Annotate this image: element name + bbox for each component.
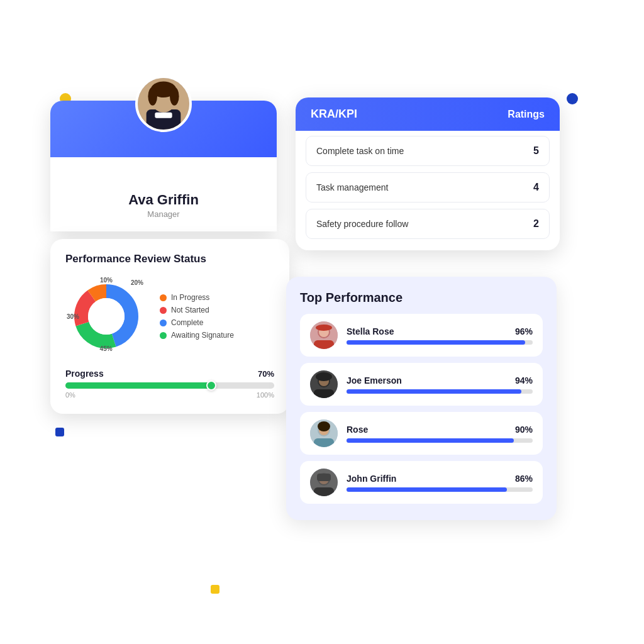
kra-header-title: KRA/KPI — [311, 108, 357, 121]
pct-20: 20% — [131, 279, 143, 286]
progress-max: 100% — [257, 391, 274, 399]
avatar-joe — [310, 370, 338, 398]
kra-row-1: Complete task on time 5 — [306, 136, 550, 166]
legend-dot-not-started — [160, 307, 167, 314]
perf-info-rose: Rose 90% — [347, 425, 533, 443]
kra-label-2: Task management — [316, 182, 388, 192]
perf-person-joe: Joe Emerson 94% — [300, 363, 543, 406]
top-performance-title: Top Performance — [300, 291, 543, 305]
perf-person-stella: Stella Rose 96% — [300, 314, 543, 357]
review-card: Performance Review Status — [50, 239, 289, 414]
perf-bar-fill-rose — [347, 438, 514, 443]
avatar-stella — [310, 321, 338, 349]
svg-rect-31 — [317, 474, 331, 481]
top-performance-card: Top Performance Stella Rose 96% — [286, 277, 557, 520]
kra-card: KRA/KPI Ratings Complete task on time 5 … — [296, 97, 560, 250]
profile-name-section: Ava Griffin Manager — [50, 157, 277, 231]
perf-bar-bg-john — [347, 487, 533, 492]
pct-30: 30% — [67, 313, 79, 320]
legend-dot-awaiting — [160, 332, 167, 339]
perf-pct-joe: 94% — [515, 375, 533, 386]
main-scene: › › › › ‹ ‹ ‹ ‹ — [0, 0, 644, 644]
progress-bar-thumb — [206, 380, 216, 391]
kra-value-1: 5 — [533, 145, 539, 157]
pct-45: 45% — [100, 345, 113, 352]
progress-minmax: 0% 100% — [65, 391, 274, 399]
kra-header-ratings: Ratings — [508, 109, 545, 120]
svg-point-4 — [148, 87, 157, 106]
perf-name-row-john: John Griffin 86% — [347, 474, 533, 484]
perf-person-rose: Rose 90% — [300, 412, 543, 455]
kra-value-2: 4 — [533, 182, 539, 193]
progress-pct: 70% — [258, 369, 274, 379]
perf-pct-john: 86% — [515, 474, 533, 484]
perf-info-joe: Joe Emerson 94% — [347, 375, 533, 394]
svg-rect-6 — [155, 113, 172, 118]
legend-not-started: Not Started — [160, 306, 234, 314]
legend-in-progress: In Progress — [160, 293, 234, 302]
review-content: 10% 20% 30% 45% In Progress Not Started … — [65, 275, 274, 357]
progress-label: Progress — [65, 369, 104, 379]
kra-value-3: 2 — [533, 218, 539, 230]
perf-name-rose: Rose — [347, 425, 368, 435]
perf-name-row-stella: Stella Rose 96% — [347, 326, 533, 336]
perf-bar-bg-stella — [347, 340, 533, 345]
progress-section: Progress 70% 0% 100% — [65, 369, 274, 399]
legend-label-awaiting: Awaiting Signature — [171, 331, 234, 340]
perf-name-stella: Stella Rose — [347, 326, 394, 336]
svg-point-5 — [170, 87, 179, 106]
avatar-john — [310, 469, 338, 496]
progress-label-row: Progress 70% — [65, 369, 274, 379]
kra-row-2: Task management 4 — [306, 172, 550, 203]
legend-dot-complete — [160, 319, 167, 326]
perf-name-row-joe: Joe Emerson 94% — [347, 375, 533, 386]
legend-label-in-progress: In Progress — [171, 293, 209, 302]
kra-label-1: Complete task on time — [316, 146, 404, 156]
donut-chart: 10% 20% 30% 45% — [65, 275, 147, 357]
perf-person-john: John Griffin 86% — [300, 461, 543, 504]
profile-role: Manager — [63, 209, 264, 219]
review-title: Performance Review Status — [65, 253, 274, 265]
avatar-rose — [310, 419, 338, 447]
perf-bar-bg-rose — [347, 438, 533, 443]
kra-header: KRA/KPI Ratings — [296, 97, 560, 131]
svg-rect-19 — [314, 389, 334, 398]
svg-rect-29 — [314, 487, 334, 496]
perf-pct-rose: 90% — [515, 425, 533, 435]
avatar — [135, 75, 192, 132]
perf-info-stella: Stella Rose 96% — [347, 326, 533, 345]
profile-card: Ava Griffin Manager — [50, 101, 277, 231]
kra-label-3: Safety procedure follow — [316, 219, 408, 229]
progress-min: 0% — [65, 391, 75, 399]
legend-dot-in-progress — [160, 294, 167, 301]
kra-rows: Complete task on time 5 Task management … — [296, 131, 560, 250]
pct-10: 10% — [100, 277, 113, 284]
svg-point-21 — [316, 372, 332, 381]
perf-bar-fill-stella — [347, 340, 525, 345]
perf-bar-fill-john — [347, 487, 507, 492]
progress-bar-fill — [65, 382, 211, 389]
profile-name: Ava Griffin — [63, 192, 264, 208]
perf-name-row-rose: Rose 90% — [347, 425, 533, 435]
svg-point-11 — [88, 298, 125, 335]
perf-bar-fill-joe — [347, 389, 521, 394]
blue-square-bottomleft — [55, 428, 64, 436]
perf-bar-bg-joe — [347, 389, 533, 394]
kra-row-3: Safety procedure follow 2 — [306, 209, 550, 239]
profile-header — [50, 101, 277, 157]
legend-label-not-started: Not Started — [171, 306, 209, 314]
svg-rect-14 — [314, 340, 334, 349]
svg-point-16 — [316, 325, 332, 331]
perf-name-john: John Griffin — [347, 474, 396, 484]
blue-dot-topright — [567, 93, 578, 104]
legend-label-complete: Complete — [171, 318, 203, 327]
legend-list: In Progress Not Started Complete Awaitin… — [160, 293, 234, 340]
legend-complete: Complete — [160, 318, 234, 327]
svg-point-26 — [318, 421, 330, 431]
perf-info-john: John Griffin 86% — [347, 474, 533, 492]
svg-rect-24 — [314, 438, 334, 447]
yellow-square-bottom — [211, 585, 219, 594]
perf-pct-stella: 96% — [515, 326, 533, 336]
progress-bar-bg[interactable] — [65, 382, 274, 389]
perf-name-joe: Joe Emerson — [347, 375, 402, 386]
